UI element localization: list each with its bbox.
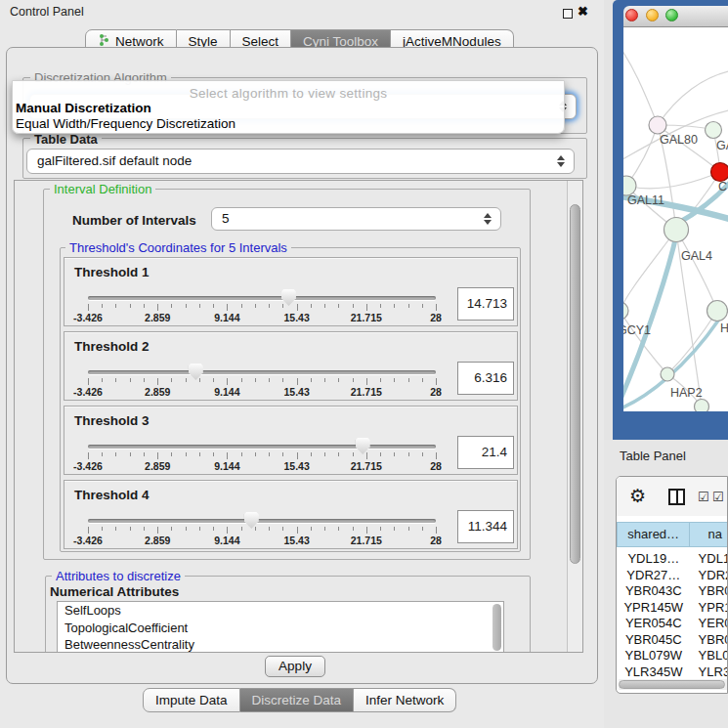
tick-mark <box>144 304 145 308</box>
threshold-panel-1: Threshold 1-3.4262.8599.14415.4321.71528… <box>64 257 518 326</box>
tick-mark <box>115 304 116 308</box>
settings-scrollbar[interactable] <box>567 181 582 652</box>
attribute-item[interactable]: TopologicalCoefficient <box>58 620 503 637</box>
table-row[interactable]: YDR27…YDR2 <box>617 568 728 584</box>
table-row[interactable]: YPR145WYPR1 <box>617 600 728 617</box>
close-icon[interactable]: ✖ <box>578 4 588 19</box>
table-row[interactable]: YBR043CYBR0 <box>617 583 728 600</box>
tick-mark <box>353 527 354 531</box>
tick-label: 2.859 <box>145 535 170 546</box>
tick-mark <box>88 378 89 385</box>
tick-mark <box>199 527 200 531</box>
mode-tab-impute-data[interactable]: Impute Data <box>143 688 240 712</box>
threshold-value-field[interactable]: 6.316 <box>457 362 514 395</box>
network-node[interactable] <box>661 367 674 381</box>
float-window-icon[interactable] <box>563 9 573 19</box>
network-nodes <box>623 116 728 411</box>
table-row[interactable]: YBR045CYBR0 <box>617 632 728 649</box>
interval-definition-title: Interval Definition <box>50 182 155 196</box>
tick-mark <box>130 527 131 531</box>
numerical-attributes-list[interactable]: SelfLoopsTopologicalCoefficientBetweenne… <box>57 601 504 653</box>
network-node[interactable] <box>649 116 666 134</box>
cell-name: YLR3 <box>691 664 728 680</box>
column-header-name[interactable]: na <box>690 522 728 547</box>
table-row[interactable]: YER054CYER0 <box>617 616 728 632</box>
num-intervals-spinner[interactable]: 5 <box>211 207 501 231</box>
table-data-value: galFiltered.sif default node <box>37 153 192 168</box>
table-data-select[interactable]: galFiltered.sif default node <box>26 149 575 174</box>
threshold-value-field[interactable]: 14.713 <box>457 287 514 321</box>
tick-mark <box>338 527 339 531</box>
apply-button[interactable]: Apply <box>265 656 325 677</box>
tick-mark <box>380 452 381 456</box>
attribute-item[interactable]: BetweennessCentrality <box>58 636 503 653</box>
tick-mark <box>171 452 172 456</box>
attributes-scrollbar[interactable] <box>492 604 502 651</box>
columns-icon[interactable] <box>668 489 685 505</box>
network-node[interactable] <box>706 122 722 139</box>
tick-mark <box>88 304 89 311</box>
scrollbar-thumb[interactable] <box>570 204 580 564</box>
tick-mark <box>157 452 158 459</box>
slider-ticks <box>88 527 436 534</box>
tick-mark <box>380 304 381 308</box>
table-hscrollbar[interactable] <box>619 679 727 690</box>
tick-mark <box>422 452 423 456</box>
network-node[interactable] <box>623 302 628 320</box>
cell-name: YPR1 <box>691 600 728 617</box>
tick-mark <box>338 378 339 382</box>
tick-mark <box>115 452 116 456</box>
close-traffic-light-icon[interactable] <box>625 9 638 21</box>
tick-mark <box>171 378 172 382</box>
network-node[interactable] <box>711 163 728 182</box>
popup-option-manual[interactable]: Manual Discretization <box>16 101 151 115</box>
tick-mark <box>227 452 228 459</box>
tick-label: 2.859 <box>145 386 170 398</box>
tick-mark <box>241 527 242 531</box>
tick-mark <box>297 304 298 311</box>
gear-icon[interactable]: ⚙ <box>629 485 646 506</box>
network-node[interactable] <box>623 176 636 195</box>
table-row[interactable]: YBL079WYBL0 <box>617 648 728 664</box>
tick-mark <box>255 452 256 456</box>
mode-tab-discretize-data[interactable]: Discretize Data <box>240 688 355 712</box>
cell-shared-name: YDL19… <box>617 551 691 568</box>
threshold-slider[interactable] <box>88 296 436 300</box>
tick-mark <box>422 378 423 382</box>
network-node[interactable] <box>707 301 728 321</box>
network-node[interactable] <box>695 400 709 412</box>
tick-label: -3.426 <box>73 386 103 398</box>
tick-mark <box>394 527 395 531</box>
tick-mark <box>311 378 312 382</box>
algorithm-placeholder: Select algorithm to view settings <box>13 86 564 101</box>
popup-option-equal-width[interactable]: Equal Width/Frequency Discretization <box>16 116 236 131</box>
mode-tab-infer-network[interactable]: Infer Network <box>354 688 456 712</box>
network-graph: GAL80GACGAL11GAL4GCY1HHAP2 <box>623 27 728 411</box>
threshold-slider[interactable] <box>88 445 436 449</box>
table-row[interactable]: YDL19…YDL1 <box>617 551 728 568</box>
tick-mark <box>436 378 437 385</box>
table-row[interactable]: YLR345WYLR3 <box>617 664 728 680</box>
tick-mark <box>436 527 437 534</box>
zoom-traffic-light-icon[interactable] <box>665 9 678 21</box>
threshold-value-field[interactable]: 11.344 <box>457 510 514 543</box>
attribute-item[interactable]: SelfLoops <box>58 602 503 620</box>
numerical-attributes-label: Numerical Attributes <box>50 584 179 599</box>
cell-shared-name: YBR045C <box>617 632 691 649</box>
threshold-slider[interactable] <box>88 519 436 523</box>
network-node[interactable] <box>664 218 689 242</box>
tick-mark <box>408 527 409 531</box>
select-none-checkbox-icon[interactable]: ☑ <box>712 490 724 504</box>
tick-mark <box>394 304 395 308</box>
column-header-shared-name[interactable]: shared… <box>617 522 690 547</box>
threshold-slider[interactable] <box>88 370 436 374</box>
select-all-checkbox-icon[interactable]: ☑ <box>698 490 709 504</box>
tick-mark <box>380 378 381 382</box>
table-data-group-title: Table Data <box>30 132 102 147</box>
threshold-value-field[interactable]: 21.4 <box>457 436 514 469</box>
mode-tab-label: Infer Network <box>365 693 444 707</box>
window-title: Control Panel <box>10 5 84 19</box>
tick-label: 2.859 <box>145 312 170 323</box>
minimize-traffic-light-icon[interactable] <box>646 9 659 21</box>
network-view[interactable]: GAL80GACGAL11GAL4GCY1HHAP2 <box>623 27 728 411</box>
